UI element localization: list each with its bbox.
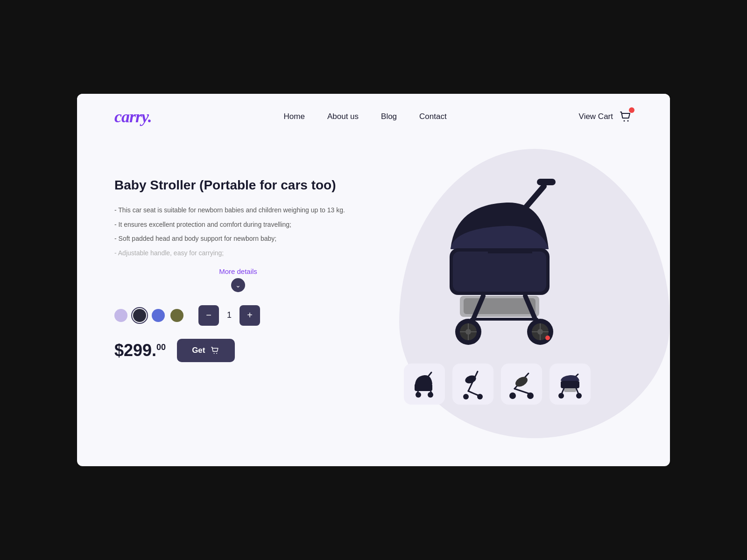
svg-point-34	[477, 394, 483, 399]
product-price: $299.00	[114, 341, 166, 360]
color-swatch-blue[interactable]	[152, 309, 165, 322]
thumbnail-3[interactable]	[501, 364, 542, 405]
get-label: Get	[192, 346, 205, 355]
svg-point-1	[627, 120, 629, 122]
svg-point-23	[545, 336, 550, 340]
thumbnail-4[interactable]	[550, 364, 591, 405]
main-content: Baby Stroller (Portable for cars too) - …	[77, 140, 670, 466]
svg-rect-26	[415, 384, 432, 391]
product-title: Baby Stroller (Portable for cars too)	[114, 177, 362, 194]
svg-point-33	[463, 394, 469, 399]
thumbnail-1[interactable]	[404, 364, 445, 405]
chevron-down-icon: ⌄	[231, 278, 245, 292]
color-swatch-olive[interactable]	[170, 309, 183, 322]
svg-point-28	[428, 392, 433, 398]
view-cart-button[interactable]: View Cart	[579, 109, 633, 124]
quantity-increase-button[interactable]: +	[240, 305, 260, 326]
color-swatch-dark[interactable]	[133, 309, 146, 322]
quantity-value: 1	[219, 310, 240, 320]
price-cents: 00	[156, 343, 166, 352]
svg-point-27	[416, 392, 421, 398]
desc-item-4: - Adjustable handle, easy for carrying;	[114, 248, 362, 258]
nav-contact[interactable]: Contact	[419, 112, 447, 121]
svg-point-39	[509, 392, 516, 399]
thumbnail-2[interactable]	[452, 364, 493, 405]
svg-rect-7	[453, 252, 546, 292]
nav-home[interactable]: Home	[284, 112, 305, 121]
brand-logo[interactable]: carry.	[114, 107, 152, 126]
desc-item-2: - It ensures excellent protection and co…	[114, 219, 362, 230]
svg-rect-43	[564, 388, 576, 392]
thumb-1-svg	[408, 368, 441, 400]
more-details-label: More details	[219, 267, 257, 275]
more-details-button[interactable]: More details ⌄	[114, 267, 362, 292]
svg-point-46	[558, 393, 564, 399]
color-swatches: − 1 +	[114, 305, 362, 326]
svg-point-3	[217, 353, 218, 354]
brand-name: carry.	[114, 107, 152, 126]
svg-line-32	[468, 391, 479, 396]
thumb-2-svg	[457, 368, 489, 400]
svg-point-40	[527, 392, 534, 399]
svg-point-0	[624, 120, 625, 122]
svg-rect-42	[561, 381, 579, 388]
thumb-4-svg	[554, 368, 586, 400]
main-product-image	[399, 158, 595, 356]
cart-label: View Cart	[579, 112, 613, 121]
quantity-control: − 1 +	[198, 305, 260, 326]
main-nav: Home About us Blog Contact	[284, 112, 447, 121]
thumb-3-svg	[505, 368, 538, 400]
color-swatch-lavender[interactable]	[114, 309, 127, 322]
quantity-decrease-button[interactable]: −	[198, 305, 219, 326]
desc-item-1: - This car seat is suitable for newborn …	[114, 205, 362, 215]
cart-button-icon	[210, 345, 220, 356]
get-button[interactable]: Get	[177, 339, 235, 362]
product-description: - This car seat is suitable for newborn …	[114, 205, 362, 258]
header: carry. Home About us Blog Contact View C…	[77, 94, 670, 140]
product-thumbnails	[404, 364, 591, 405]
nav-about[interactable]: About us	[327, 112, 359, 121]
desc-item-3: - Soft padded head and body support for …	[114, 233, 362, 244]
cart-icon-wrapper	[618, 109, 633, 124]
price-whole: $299.	[114, 341, 156, 360]
stroller-main-svg	[399, 158, 595, 354]
cart-badge	[629, 107, 634, 113]
svg-point-2	[214, 353, 215, 354]
price-row: $299.00 Get	[114, 339, 362, 362]
product-image-section	[362, 149, 633, 438]
product-info: Baby Stroller (Portable for cars too) - …	[114, 149, 362, 438]
svg-line-37	[514, 389, 529, 393]
nav-blog[interactable]: Blog	[381, 112, 397, 121]
svg-point-47	[576, 393, 582, 399]
svg-rect-5	[537, 179, 556, 185]
